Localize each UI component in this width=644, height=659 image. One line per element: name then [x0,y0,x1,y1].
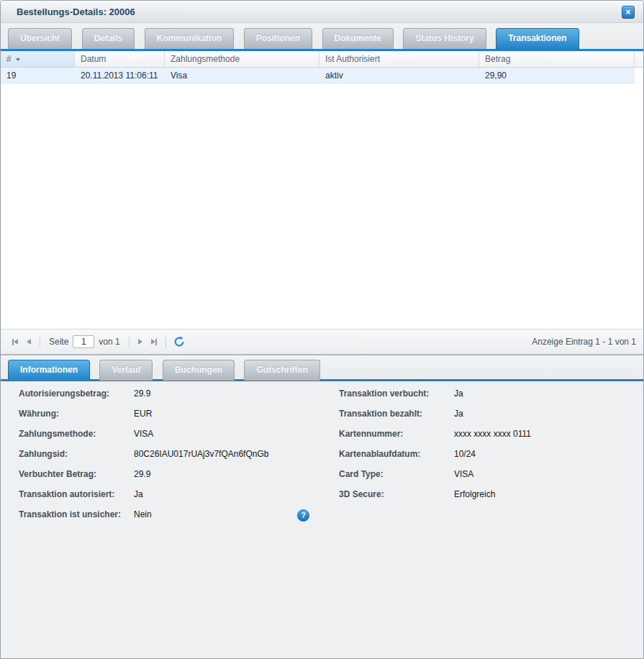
page-number-input[interactable] [73,335,94,348]
cell-betrag: 29,90 [479,68,635,83]
field-label: Transaktion ist unsicher: [19,504,134,524]
detail-tabstrip: Informationen Verlauf Buchungen Gutschri… [1,354,643,381]
cell-datum: 20.11.2013 11:06:11 [75,68,165,83]
window-titlebar: Bestellungs-Details: 20006 × [1,1,643,23]
field-value: VISA [134,424,153,444]
field-value: EUR [134,404,152,424]
refresh-icon[interactable] [171,336,188,347]
column-header-datum[interactable]: Datum [75,51,165,67]
field-value: 29.9 [134,383,150,404]
field-label: Zahlungsmethode: [19,424,134,444]
transaction-info-panel: Autorisierungsbetrag: 29.9 Währung: EUR … [1,381,643,658]
detail-row: Transaktion autorisiert: Ja [19,484,322,504]
page-label: Seite [49,337,68,347]
field-value: Ja [454,404,463,424]
field-value: VISA [454,464,473,484]
detail-row: Kartenablaufdatum: 10/24 [339,444,643,464]
tab-status-history[interactable]: Status History [403,28,486,49]
tab-verlauf[interactable]: Verlauf [99,360,153,381]
column-header-id-label: # [6,54,12,64]
field-value: 29.9 [134,464,150,484]
field-label: Kartennummer: [339,424,454,444]
detail-row: Kartennummer: xxxx xxxx xxxx 0111 [339,424,643,444]
cell-ist-authorisiert: aktiv [319,68,479,83]
tab-informationen[interactable]: Informationen [8,360,90,381]
field-label: Transaktion autorisiert: [19,484,134,504]
toolbar-separator [40,336,40,347]
column-header-id[interactable]: # [1,51,75,67]
field-value: Nein [134,504,152,524]
field-label: Autorisierungsbetrag: [19,383,134,404]
field-label: Währung: [19,404,134,424]
page-first-button[interactable] [8,335,22,349]
tab-dokumente[interactable]: Dokumente [322,28,394,49]
field-label: Transaktion bezahlt: [339,404,454,424]
page-last-button[interactable] [147,335,161,349]
grid-header-row: # Datum Zahlungsmethode Ist Authorisiert… [1,51,643,68]
page-of-label: von 1 [99,337,119,347]
main-tabstrip: Übersicht Details Kommunikation Position… [1,23,643,51]
field-label: Card Type: [339,464,454,484]
field-label: Zahlungsid: [19,444,134,464]
tab-gutschriften[interactable]: Gutschriften [244,360,319,381]
field-label: Transaktion verbucht: [339,383,454,404]
page-next-button[interactable] [134,335,147,349]
tab-transaktionen[interactable]: Transaktionen [496,28,579,49]
column-header-ist-authorisiert[interactable]: Ist Authorisiert [319,51,479,67]
transactions-grid: # Datum Zahlungsmethode Ist Authorisiert… [1,51,643,354]
grid-empty-area [1,83,643,329]
field-value: 10/24 [454,444,476,464]
detail-row: Autorisierungsbetrag: 29.9 [19,383,322,404]
tab-positionen[interactable]: Positionen [244,28,312,49]
column-header-filler [635,51,643,67]
field-value: xxxx xxxx xxxx 0111 [454,424,531,444]
field-value: Ja [454,383,463,404]
detail-row: Transaktion bezahlt: Ja [339,404,643,424]
field-label: Kartenablaufdatum: [339,444,454,464]
detail-column-right: Transaktion verbucht: Ja Transaktion bez… [322,383,643,524]
page-prev-button[interactable] [22,335,35,349]
field-value: 80C26IAU017rUAj3v7fQAn6fQnGb [134,444,268,464]
detail-row: 3D Secure: Erfolgreich [339,484,643,504]
table-row[interactable]: 19 20.11.2013 11:06:11 Visa aktiv 29,90 [1,68,635,83]
cell-zahlungsmethode: Visa [165,68,319,83]
window-title: Bestellungs-Details: 20006 [17,1,135,23]
detail-row: Transaktion verbucht: Ja [339,383,643,404]
detail-row: Währung: EUR [19,404,322,424]
toolbar-separator [129,336,130,347]
tab-details[interactable]: Details [82,28,135,49]
tab-uebersicht[interactable]: Übersicht [8,28,72,49]
detail-row: Transaktion ist unsicher: Nein [19,504,322,524]
detail-row: Zahlungsmethode: VISA [19,424,322,444]
column-header-zahlungsmethode[interactable]: Zahlungsmethode [165,51,319,67]
sort-desc-icon [16,58,20,61]
detail-column-left: Autorisierungsbetrag: 29.9 Währung: EUR … [1,383,322,524]
field-label: Verbuchter Betrag: [19,464,134,484]
paging-toolbar: Seite von 1 Anzeige Eintrag 1 - 1 von 1 [1,329,643,354]
close-icon[interactable]: × [622,6,635,19]
column-header-betrag[interactable]: Betrag [479,51,635,67]
order-details-window: Bestellungs-Details: 20006 × Übersicht D… [0,0,644,659]
paging-display-text: Anzeige Eintrag 1 - 1 von 1 [532,337,636,347]
detail-row: Verbuchter Betrag: 29.9 [19,464,322,484]
detail-row: Zahlungsid: 80C26IAU017rUAj3v7fQAn6fQnGb [19,444,322,464]
tab-kommunikation[interactable]: Kommunikation [145,28,235,49]
field-label: 3D Secure: [339,484,454,504]
detail-row: Card Type: VISA [339,464,643,484]
field-value: Ja [134,484,143,504]
field-value: Erfolgreich [454,484,495,504]
tab-buchungen[interactable]: Buchungen [163,360,235,381]
help-icon[interactable]: ? [297,509,309,522]
active-tab-underline [1,49,643,51]
toolbar-separator [165,336,166,347]
cell-id: 19 [1,68,75,83]
